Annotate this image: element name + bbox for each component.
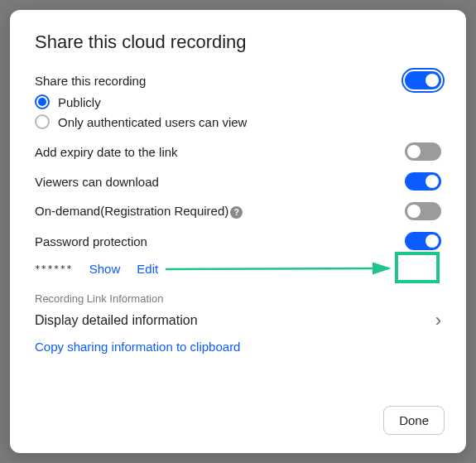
on-demand-toggle[interactable] [405,202,441,220]
on-demand-label-wrap: On-demand(Registration Required)? [35,204,243,219]
expiry-label: Add expiry date to the link [35,145,178,159]
download-label: Viewers can download [35,175,159,189]
on-demand-row: On-demand(Registration Required)? [35,202,441,220]
copy-sharing-info-link[interactable]: Copy sharing information to clipboard [35,340,441,354]
modal-footer: Done [383,406,445,435]
share-recording-modal: Share this cloud recording Share this re… [10,10,466,453]
done-button[interactable]: Done [383,406,445,435]
display-detailed-info[interactable]: Display detailed information › [35,310,441,331]
radio-authenticated[interactable]: Only authenticated users can view [35,114,441,129]
share-recording-label: Share this recording [35,74,146,88]
display-detailed-info-label: Display detailed information [35,313,198,328]
radio-publicly-label: Publicly [58,95,101,109]
password-row: Password protection [35,232,441,250]
on-demand-label: On-demand(Registration Required) [35,204,228,218]
share-visibility-group: Publicly Only authenticated users can vi… [35,94,441,129]
share-recording-toggle[interactable] [405,71,441,89]
radio-authenticated-input[interactable] [35,114,50,129]
download-row: Viewers can download [35,172,441,191]
password-label: Password protection [35,234,147,248]
expiry-toggle[interactable] [405,142,441,161]
radio-publicly[interactable]: Publicly [35,94,441,109]
password-toggle[interactable] [405,232,441,250]
expiry-row: Add expiry date to the link [35,142,441,161]
share-recording-row: Share this recording [35,71,441,89]
modal-title: Share this cloud recording [35,31,441,53]
chevron-right-icon: › [435,310,441,331]
radio-publicly-input[interactable] [35,94,50,109]
password-actions: ****** Show Edit [35,262,441,276]
radio-authenticated-label: Only authenticated users can view [58,115,247,129]
link-info-section-label: Recording Link Information [35,292,441,305]
download-toggle[interactable] [405,172,441,191]
password-edit-link[interactable]: Edit [137,262,158,276]
password-show-link[interactable]: Show [89,262,121,276]
help-icon[interactable]: ? [230,206,243,219]
password-masked: ****** [35,263,73,274]
